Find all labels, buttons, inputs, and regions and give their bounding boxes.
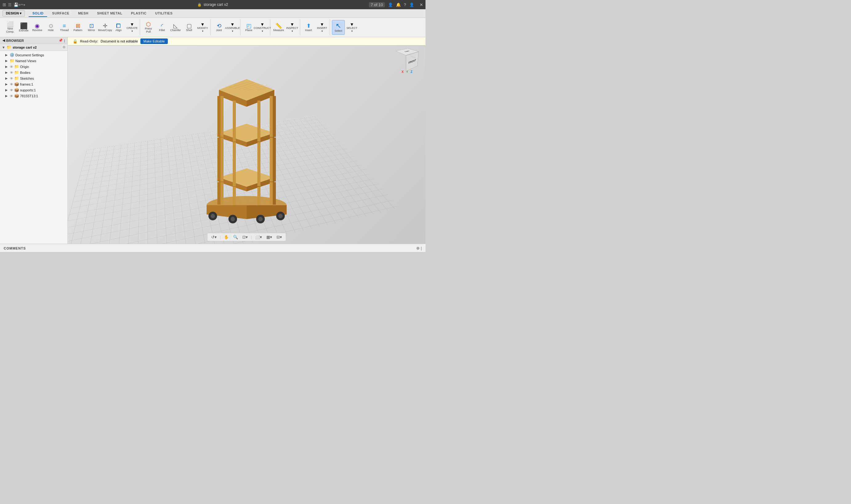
fillet-btn[interactable]: ◜Fillet <box>155 20 169 35</box>
design-button[interactable]: DESIGN ▾ <box>2 10 25 17</box>
tree-item-bodies[interactable]: ▶ 👁 📁 Bodies <box>0 70 67 75</box>
construct-plane-btn[interactable]: ◰Plane <box>242 20 255 35</box>
app-icon: ⊞ <box>2 2 6 7</box>
arrow-document-settings[interactable]: ▶ <box>4 53 8 57</box>
display-mode-btn[interactable]: ⬜▾ <box>254 234 263 240</box>
arrow-named-views[interactable]: ▶ <box>4 59 8 62</box>
make-editable-button[interactable]: Make Editable <box>140 38 168 44</box>
inspect-more-icon: ▼ <box>290 22 294 26</box>
zoom-btn[interactable]: 🔍 <box>232 234 239 240</box>
help-icon[interactable]: ? <box>404 2 406 7</box>
modify-more-btn[interactable]: ▼MODIFY ▾ <box>196 20 209 35</box>
bodies-icon: 📁 <box>14 70 19 75</box>
align-btn[interactable]: ⧠Align <box>112 20 125 35</box>
tree-item-document-settings[interactable]: ▶ ⚙️ Document Settings <box>0 52 67 58</box>
eye-origin[interactable]: 👁 <box>10 65 13 69</box>
tab-utilities[interactable]: UTILITIES <box>152 10 176 17</box>
pattern-btn[interactable]: ⊞Pattern <box>71 20 84 35</box>
move-icon: ✛ <box>103 23 107 29</box>
construct-more-btn[interactable]: ▼CONSTRUCT ▾ <box>256 20 269 35</box>
grid-btn[interactable]: ⊟▾ <box>275 234 283 240</box>
browser-tree: ▶ ⚙️ Document Settings ▶ 📁 Named Views ▶… <box>0 51 67 244</box>
eye-frames[interactable]: 👁 <box>10 83 13 86</box>
tree-item-supports[interactable]: ▶ 👁 📦 supports:1 <box>0 87 67 93</box>
insert-more-btn[interactable]: ▼INSERT ▾ <box>316 20 329 35</box>
pan-btn[interactable]: ✋ <box>223 234 230 240</box>
arrow-bodies[interactable]: ▶ <box>4 71 8 74</box>
comments-pin-btn[interactable]: | <box>421 246 422 250</box>
construct-more-icon: ▼ <box>260 22 264 26</box>
frames-label: frames:1 <box>20 83 33 86</box>
eye-supports[interactable]: 👁 <box>10 88 13 92</box>
cube-front-face[interactable]: FRONT <box>406 52 419 72</box>
select-group: ↖Select ▼SELECT ▾ <box>331 19 360 35</box>
revolve-btn[interactable]: ◉Revolve <box>31 20 44 35</box>
hole-btn[interactable]: ⊙Hole <box>44 20 57 35</box>
mirror-btn[interactable]: ⊡Mirror <box>85 20 98 35</box>
nav-cube[interactable]: TOP FRONT RIGHT X Y Z <box>395 50 419 74</box>
tree-item-origin[interactable]: ▶ 👁 📁 Origin <box>0 64 67 70</box>
tab-mesh[interactable]: MESH <box>74 10 92 17</box>
thread-btn[interactable]: ≡Thread <box>58 20 71 35</box>
tree-item-named-views[interactable]: ▶ 📁 Named Views <box>0 58 67 64</box>
arrow-frames[interactable]: ▶ <box>4 83 8 86</box>
eye-bodies[interactable]: 👁 <box>10 71 13 74</box>
insert-btn[interactable]: ⬆Insert <box>302 20 315 35</box>
browser-pin-btn[interactable]: 📌 <box>58 38 63 42</box>
named-views-icon: 📁 <box>9 58 15 63</box>
joint-btn[interactable]: ⟲Joint <box>212 20 225 35</box>
effects-btn[interactable]: ▦▾ <box>265 234 273 240</box>
arrow-supports[interactable]: ▶ <box>4 88 8 92</box>
close-button[interactable]: ✕ <box>420 2 423 7</box>
fit-btn[interactable]: ⊡▾ <box>241 234 249 240</box>
undo-icon[interactable]: ↩ <box>18 2 22 7</box>
save-icon[interactable]: 💾 <box>14 2 18 7</box>
browser-collapse-btn[interactable]: ◀ <box>2 38 5 42</box>
shell-icon: ▢ <box>187 23 192 29</box>
redo-icon[interactable]: ↪ <box>22 2 25 7</box>
svg-point-8 <box>231 217 235 221</box>
viewport[interactable]: 🔒 Read-Only: Document is not editable Ma… <box>68 37 426 244</box>
comments-controls: ⊕ | <box>416 246 422 250</box>
select-btn[interactable]: ↖Select <box>332 20 345 35</box>
new-component-btn[interactable]: ⬜New Comp. <box>4 20 17 35</box>
extrude-btn[interactable]: ⬛Extrude <box>17 20 30 35</box>
chamfer-btn[interactable]: ◺Chamfer <box>169 20 182 35</box>
browser-extra-btn[interactable]: | <box>64 39 65 42</box>
svg-marker-27 <box>233 142 236 186</box>
construct-group: ◰Plane ▼CONSTRUCT ▾ <box>241 19 270 35</box>
press-pull-btn[interactable]: ⬡Press Pull <box>142 20 155 35</box>
arrow-78155t13[interactable]: ▶ <box>4 94 8 97</box>
measure-btn[interactable]: 📏Measure <box>272 20 285 35</box>
version-badge[interactable]: 7 of 10 <box>369 2 385 7</box>
sketches-label: Sketches <box>20 77 34 80</box>
tab-plastic[interactable]: PLASTIC <box>127 10 151 17</box>
root-settings-icon[interactable]: ⚙ <box>63 45 66 49</box>
eye-sketches[interactable]: 👁 <box>10 77 13 80</box>
comments-collapse-btn[interactable]: ⊕ <box>416 246 420 250</box>
tree-item-sketches[interactable]: ▶ 👁 📁 Sketches <box>0 75 67 81</box>
app-menu-icon[interactable]: ☰ <box>8 2 12 7</box>
svg-marker-17 <box>273 182 276 204</box>
notifications-icon[interactable]: 🔔 <box>396 2 401 7</box>
tree-item-frames[interactable]: ▶ 👁 📦 frames:1 <box>0 81 67 87</box>
account-icon[interactable]: 👤 <box>388 2 393 7</box>
create-more-btn[interactable]: ▼CREATE ▾ <box>126 20 139 35</box>
root-collapse-icon[interactable]: ▼ <box>2 46 5 49</box>
toolbar-main: ⬜New Comp. ⬛Extrude ◉Revolve ⊙Hole ≡Thre… <box>0 18 426 37</box>
move-btn[interactable]: ✛Move/Copy <box>99 20 111 35</box>
arrow-origin[interactable]: ▶ <box>4 65 8 68</box>
select-more-btn[interactable]: ▼SELECT ▾ <box>345 20 359 35</box>
inspect-more-btn[interactable]: ▼INSPECT ▾ <box>286 20 299 35</box>
arrow-sketches[interactable]: ▶ <box>4 77 8 80</box>
tab-surface[interactable]: SURFACE <box>48 10 73 17</box>
user-avatar-icon[interactable]: 👤 <box>409 2 414 7</box>
shell-btn[interactable]: ▢Shell <box>183 20 195 35</box>
tab-solid[interactable]: SOLID <box>29 10 47 17</box>
eye-78155t13[interactable]: 👁 <box>10 94 13 98</box>
orbit-btn[interactable]: ↺▾ <box>210 234 218 240</box>
assemble-more-btn[interactable]: ▼ASSEMBLE ▾ <box>226 20 239 35</box>
tree-item-78155t13[interactable]: ▶ 👁 📦 78155T13:1 <box>0 93 67 99</box>
tab-sheet-metal[interactable]: SHEET METAL <box>93 10 126 17</box>
browser-root-item[interactable]: ▼ 📁 storage cart v2 ⚙ <box>0 44 67 51</box>
